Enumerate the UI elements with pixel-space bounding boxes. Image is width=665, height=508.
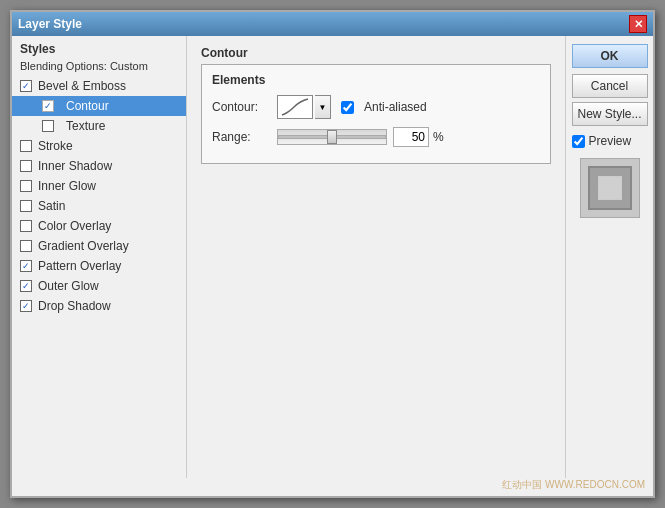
- range-thumb[interactable]: [327, 130, 337, 144]
- watermark: 红动中国 WWW.REDOCN.COM: [502, 478, 645, 492]
- stroke-checkbox[interactable]: [20, 140, 32, 152]
- main-panel: Contour Elements Contour: ▼ Anti-al: [187, 36, 565, 478]
- contour-field-label: Contour:: [212, 100, 277, 114]
- color-overlay-label: Color Overlay: [38, 219, 111, 233]
- stroke-label: Stroke: [38, 139, 73, 153]
- range-value-display[interactable]: 50: [393, 127, 429, 147]
- drop-shadow-label: Drop Shadow: [38, 299, 111, 313]
- drop-shadow-checkbox[interactable]: [20, 300, 32, 312]
- window-title: Layer Style: [18, 17, 82, 31]
- ok-button[interactable]: OK: [572, 44, 648, 68]
- inner-glow-label: Inner Glow: [38, 179, 96, 193]
- sidebar-item-texture[interactable]: Texture: [12, 116, 186, 136]
- pattern-overlay-label: Pattern Overlay: [38, 259, 121, 273]
- styles-title: Styles: [12, 40, 186, 58]
- contour-dropdown-arrow[interactable]: ▼: [315, 95, 331, 119]
- outer-glow-checkbox[interactable]: [20, 280, 32, 292]
- bevel-emboss-checkbox[interactable]: [20, 80, 32, 92]
- sidebar-item-stroke[interactable]: Stroke: [12, 136, 186, 156]
- anti-alias-checkbox[interactable]: [341, 101, 354, 114]
- new-style-button[interactable]: New Style...: [572, 102, 648, 126]
- blending-options-label: Blending Options: Custom: [12, 58, 186, 76]
- preview-center: [598, 176, 622, 200]
- preview-thumbnail: [580, 158, 640, 218]
- gradient-overlay-label: Gradient Overlay: [38, 239, 129, 253]
- inner-shadow-label: Inner Shadow: [38, 159, 112, 173]
- window-bottom: 红动中国 WWW.REDOCN.COM: [12, 478, 653, 496]
- texture-checkbox[interactable]: [42, 120, 54, 132]
- sidebar-item-pattern-overlay[interactable]: Pattern Overlay: [12, 256, 186, 276]
- sidebar-item-satin[interactable]: Satin: [12, 196, 186, 216]
- layer-style-window: Layer Style ✕ Styles Blending Options: C…: [10, 10, 655, 498]
- bevel-emboss-label: Bevel & Emboss: [38, 79, 126, 93]
- sidebar-item-inner-shadow[interactable]: Inner Shadow: [12, 156, 186, 176]
- cancel-button[interactable]: Cancel: [572, 74, 648, 98]
- window-body: Styles Blending Options: Custom Bevel & …: [12, 36, 653, 478]
- close-button[interactable]: ✕: [629, 15, 647, 33]
- sidebar-item-outer-glow[interactable]: Outer Glow: [12, 276, 186, 296]
- contour-row: Contour: ▼ Anti-aliased: [212, 95, 540, 119]
- contour-checkbox[interactable]: ✓: [42, 100, 54, 112]
- sidebar-item-gradient-overlay[interactable]: Gradient Overlay: [12, 236, 186, 256]
- left-panel: Styles Blending Options: Custom Bevel & …: [12, 36, 187, 478]
- right-panel: OK Cancel New Style... Preview: [565, 36, 653, 478]
- sidebar-item-bevel-emboss[interactable]: Bevel & Emboss: [12, 76, 186, 96]
- texture-label: Texture: [66, 119, 105, 133]
- preview-checkbox[interactable]: [572, 135, 585, 148]
- contour-label: Contour: [66, 99, 109, 113]
- sidebar-item-color-overlay[interactable]: Color Overlay: [12, 216, 186, 236]
- range-label: Range:: [212, 130, 277, 144]
- preview-inner: [588, 166, 632, 210]
- inner-shadow-checkbox[interactable]: [20, 160, 32, 172]
- color-overlay-checkbox[interactable]: [20, 220, 32, 232]
- outer-glow-label: Outer Glow: [38, 279, 99, 293]
- sidebar-item-inner-glow[interactable]: Inner Glow: [12, 176, 186, 196]
- sidebar-item-contour[interactable]: ✓ Contour: [12, 96, 186, 116]
- range-slider[interactable]: [277, 129, 387, 145]
- inner-glow-checkbox[interactable]: [20, 180, 32, 192]
- contour-preview[interactable]: [277, 95, 313, 119]
- gradient-overlay-checkbox[interactable]: [20, 240, 32, 252]
- range-track: [278, 135, 386, 139]
- percent-label: %: [433, 130, 444, 144]
- sub-section-title: Elements: [212, 73, 540, 87]
- section-title: Contour: [201, 46, 551, 60]
- satin-label: Satin: [38, 199, 65, 213]
- title-bar: Layer Style ✕: [12, 12, 653, 36]
- anti-alias-label: Anti-aliased: [364, 100, 427, 114]
- elements-section: Elements Contour: ▼ Anti-aliased: [201, 64, 551, 164]
- sidebar-item-drop-shadow[interactable]: Drop Shadow: [12, 296, 186, 316]
- preview-label: Preview: [589, 134, 632, 148]
- range-row: Range: 50 %: [212, 127, 540, 147]
- preview-row: Preview: [572, 134, 648, 148]
- pattern-overlay-checkbox[interactable]: [20, 260, 32, 272]
- satin-checkbox[interactable]: [20, 200, 32, 212]
